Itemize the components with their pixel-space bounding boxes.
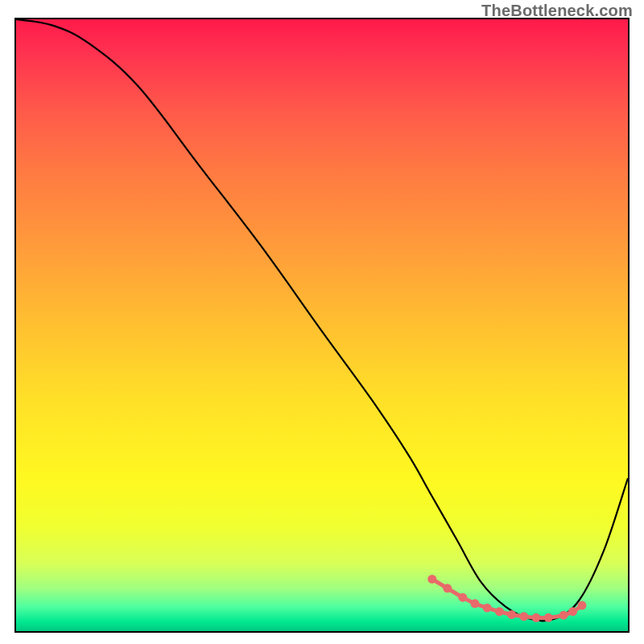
highlight-dot — [471, 599, 480, 608]
highlight-dot — [578, 601, 587, 610]
highlight-dot — [458, 593, 467, 602]
highlight-dot — [483, 604, 492, 613]
highlight-dot — [519, 612, 528, 621]
highlight-dot — [507, 610, 516, 619]
highlight-dot — [532, 613, 541, 622]
highlight-dot — [568, 607, 577, 616]
highlight-dot — [559, 611, 568, 620]
highlight-dot — [443, 584, 452, 592]
highlight-dot — [544, 613, 553, 622]
bottleneck-curve — [16, 19, 628, 621]
highlight-dot — [427, 575, 436, 584]
plot-area — [14, 18, 630, 633]
highlight-segment — [432, 579, 582, 617]
highlight-dot — [495, 607, 504, 616]
chart-svg — [16, 19, 628, 631]
chart-container: TheBottleneck.com — [0, 0, 644, 644]
